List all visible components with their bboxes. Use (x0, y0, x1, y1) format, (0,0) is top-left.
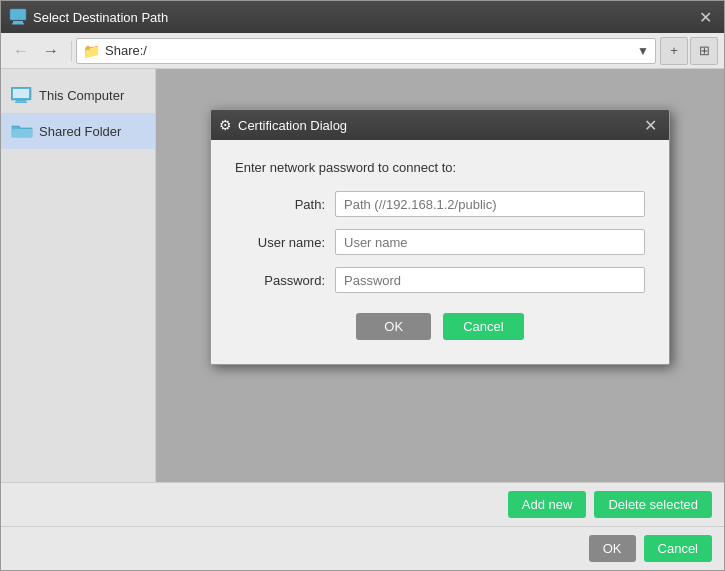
sidebar-item-this-computer-label: This Computer (39, 88, 124, 103)
password-input[interactable] (335, 267, 645, 293)
delete-selected-button[interactable]: Delete selected (594, 491, 712, 518)
main-window: Select Destination Path ✕ ← → 📁 Share:/ … (0, 0, 725, 571)
address-folder-icon: 📁 (83, 43, 100, 59)
ok-button[interactable]: OK (589, 535, 636, 562)
grid-view-button[interactable]: ⊞ (690, 37, 718, 65)
svg-rect-6 (15, 102, 27, 104)
address-text: Share:/ (105, 43, 637, 58)
path-input[interactable] (335, 191, 645, 217)
toolbar: ← → 📁 Share:/ ▼ + ⊞ (1, 33, 724, 69)
address-dropdown-button[interactable]: ▼ (637, 44, 649, 58)
bottom-bar: OK Cancel (1, 526, 724, 570)
username-label: User name: (235, 235, 325, 250)
cert-title-bar: ⚙ Certification Dialog ✕ (211, 110, 669, 140)
cert-dialog-buttons: OK Cancel (235, 313, 645, 340)
path-row: Path: (235, 191, 645, 217)
cert-dialog-body: Enter network password to connect to: Pa… (211, 140, 669, 364)
back-button[interactable]: ← (7, 37, 35, 65)
content-area: This Computer Shared Folder ⚙ (1, 69, 724, 482)
path-label: Path: (235, 197, 325, 212)
svg-rect-5 (16, 100, 26, 102)
username-row: User name: (235, 229, 645, 255)
svg-rect-0 (10, 9, 26, 20)
window-title: Select Destination Path (33, 10, 694, 25)
add-folder-button[interactable]: + (660, 37, 688, 65)
computer-icon (11, 87, 33, 103)
address-bar: 📁 Share:/ ▼ (76, 38, 656, 64)
svg-rect-2 (12, 23, 24, 25)
password-row: Password: (235, 267, 645, 293)
cert-prompt-text: Enter network password to connect to: (235, 160, 645, 175)
main-content: ⚙ Certification Dialog ✕ Enter network p… (156, 69, 724, 482)
password-label: Password: (235, 273, 325, 288)
sidebar: This Computer Shared Folder (1, 69, 156, 482)
svg-rect-1 (13, 21, 23, 23)
window-close-button[interactable]: ✕ (694, 6, 716, 28)
toolbar-separator (71, 41, 72, 61)
action-bar: Add new Delete selected (1, 482, 724, 526)
toolbar-right-buttons: + ⊞ (660, 37, 718, 65)
sidebar-item-shared-folder-label: Shared Folder (39, 124, 121, 139)
cert-ok-button[interactable]: OK (356, 313, 431, 340)
certification-dialog: ⚙ Certification Dialog ✕ Enter network p… (210, 109, 670, 365)
cert-cancel-button[interactable]: Cancel (443, 313, 523, 340)
title-bar-icon (9, 8, 27, 26)
cancel-button[interactable]: Cancel (644, 535, 712, 562)
modal-overlay: ⚙ Certification Dialog ✕ Enter network p… (156, 69, 724, 482)
cert-close-button[interactable]: ✕ (639, 114, 661, 136)
sidebar-item-shared-folder[interactable]: Shared Folder (1, 113, 155, 149)
username-input[interactable] (335, 229, 645, 255)
svg-rect-4 (13, 89, 29, 98)
shared-folder-icon (11, 123, 33, 139)
cert-title-icon: ⚙ (219, 117, 232, 133)
title-bar: Select Destination Path ✕ (1, 1, 724, 33)
cert-dialog-title: Certification Dialog (238, 118, 639, 133)
add-new-button[interactable]: Add new (508, 491, 587, 518)
sidebar-item-this-computer[interactable]: This Computer (1, 77, 155, 113)
forward-button[interactable]: → (37, 37, 65, 65)
